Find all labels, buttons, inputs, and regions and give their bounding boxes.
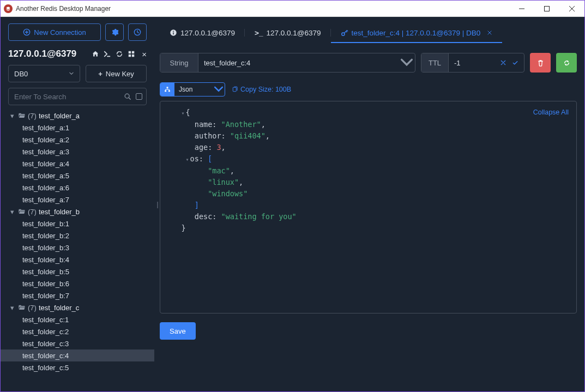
tree-folder[interactable]: ▾(7) test_folder_a bbox=[1, 110, 154, 122]
svg-rect-17 bbox=[545, 6, 550, 11]
maximize-button[interactable] bbox=[534, 1, 559, 17]
key-name: test_folder_c:1 bbox=[22, 316, 69, 324]
copy-button[interactable]: Copy Size: 100B bbox=[232, 86, 291, 93]
folder-name: test_folder_c bbox=[39, 304, 79, 312]
tree-key[interactable]: test_folder_b:7 bbox=[1, 290, 154, 301]
tree-key[interactable]: test_folder_c:4 bbox=[1, 349, 154, 361]
key-name: test_folder_b:7 bbox=[22, 292, 69, 300]
key-name: test_folder_a:3 bbox=[22, 148, 69, 156]
key-name: test_folder_a:7 bbox=[22, 196, 69, 204]
key-name: test_folder_c:2 bbox=[22, 328, 69, 336]
log-button[interactable] bbox=[128, 23, 147, 41]
chevron-down-icon: ▾ bbox=[10, 304, 16, 312]
folder-count: (7) bbox=[28, 112, 37, 120]
key-name-box: String test_folder_c:4 bbox=[160, 53, 415, 73]
tree-key[interactable]: test_folder_a:7 bbox=[1, 194, 154, 206]
tab-label: 127.0.0.1@6379 bbox=[266, 29, 321, 37]
key-name-input[interactable]: test_folder_c:4 bbox=[198, 53, 399, 72]
terminal-icon: >_ bbox=[255, 29, 263, 37]
key-icon bbox=[341, 29, 348, 37]
tree-key[interactable]: test_folder_b:4 bbox=[1, 254, 154, 266]
tree-key[interactable]: test_folder_c:2 bbox=[1, 325, 154, 337]
collapse-all-button[interactable]: Collapse All bbox=[533, 107, 569, 118]
clock-icon bbox=[134, 28, 141, 36]
tree-key[interactable]: test_folder_a:6 bbox=[1, 182, 154, 194]
minimize-button[interactable] bbox=[509, 1, 534, 17]
tree-key[interactable]: test_folder_b:6 bbox=[1, 278, 154, 290]
connection-name: 127.0.0.1@6379 bbox=[8, 49, 76, 59]
tree-key[interactable]: test_folder_b:3 bbox=[1, 242, 154, 254]
key-type-label: String bbox=[160, 53, 198, 72]
db-select[interactable]: DB0 bbox=[8, 65, 80, 82]
tree-folder[interactable]: ▾(7) test_folder_c bbox=[1, 301, 154, 313]
tree-folder[interactable]: ▾(7) test_folder_b bbox=[1, 206, 154, 218]
home-icon[interactable] bbox=[92, 50, 99, 58]
save-button[interactable]: Save bbox=[160, 322, 196, 340]
settings-button[interactable] bbox=[105, 23, 124, 41]
ttl-confirm-icon[interactable] bbox=[512, 59, 518, 66]
tab[interactable]: 127.0.0.1@6379 bbox=[160, 23, 245, 43]
connection-header: 127.0.0.1@6379 × bbox=[8, 49, 147, 59]
tree-key[interactable]: test_folder_b:1 bbox=[1, 218, 154, 230]
tab[interactable]: >_127.0.0.1@6379 bbox=[245, 23, 330, 43]
app-title: Another Redis Desktop Manager bbox=[16, 5, 111, 13]
app-icon bbox=[4, 4, 13, 13]
json-tree: ▾{ name: "Another", author: "qii404", ag… bbox=[168, 107, 569, 234]
refresh-icon bbox=[563, 59, 571, 67]
tree-key[interactable]: test_folder_a:5 bbox=[1, 170, 154, 182]
folder-name: test_folder_a bbox=[39, 112, 80, 120]
tree-key[interactable]: test_folder_a:1 bbox=[1, 122, 154, 134]
key-tree: ▾(7) test_folder_atest_folder_a:1test_fo… bbox=[1, 110, 154, 391]
tree-key[interactable]: test_folder_b:5 bbox=[1, 266, 154, 278]
tab[interactable]: test_folder_c:4 | 127.0.0.1@6379 | DB0 bbox=[331, 23, 503, 43]
info-icon bbox=[170, 29, 177, 37]
splitter[interactable]: || bbox=[154, 17, 160, 391]
close-button[interactable] bbox=[559, 1, 584, 17]
tab-close-button[interactable] bbox=[487, 29, 492, 37]
refresh-key-button[interactable] bbox=[556, 53, 577, 73]
trash-icon bbox=[536, 59, 545, 67]
key-name: test_folder_b:4 bbox=[22, 256, 69, 264]
search-icon[interactable] bbox=[124, 93, 131, 100]
ttl-clear-icon[interactable] bbox=[500, 59, 506, 66]
value-viewer[interactable]: Collapse All ▾{ name: "Another", author:… bbox=[160, 101, 577, 313]
new-key-button[interactable]: +New Key bbox=[86, 65, 147, 82]
chevron-down-icon bbox=[69, 70, 74, 78]
tab-label: 127.0.0.1@6379 bbox=[180, 29, 235, 37]
tree-icon bbox=[160, 83, 174, 96]
ttl-input[interactable]: -1 bbox=[449, 53, 494, 72]
tree-key[interactable]: test_folder_c:1 bbox=[1, 313, 154, 325]
key-name-dropdown[interactable] bbox=[399, 53, 415, 72]
key-name: test_folder_a:2 bbox=[22, 136, 69, 144]
refresh-icon[interactable] bbox=[116, 50, 123, 58]
key-name: test_folder_a:5 bbox=[22, 172, 69, 180]
chevron-down-icon bbox=[213, 83, 225, 95]
new-connection-button[interactable]: New Connection bbox=[8, 23, 101, 41]
key-name: test_folder_a:1 bbox=[22, 124, 69, 132]
folder-open-icon bbox=[18, 304, 26, 312]
key-name: test_folder_c:4 bbox=[22, 352, 69, 360]
grid-icon[interactable] bbox=[128, 50, 135, 58]
tree-key[interactable]: test_folder_a:3 bbox=[1, 146, 154, 158]
ttl-label: TTL bbox=[421, 53, 449, 72]
exact-match-toggle[interactable] bbox=[136, 93, 142, 100]
terminal-icon[interactable] bbox=[104, 50, 111, 58]
folder-open-icon bbox=[18, 208, 26, 216]
tree-key[interactable]: test_folder_a:4 bbox=[1, 158, 154, 170]
tree-key[interactable]: test_folder_c:5 bbox=[1, 361, 154, 373]
chevron-down-icon: ▾ bbox=[10, 112, 16, 120]
collapse-connection-icon[interactable]: × bbox=[142, 50, 147, 59]
gear-icon bbox=[111, 28, 118, 36]
key-name: test_folder_a:6 bbox=[22, 184, 69, 192]
plus-circle-icon bbox=[23, 28, 31, 36]
key-header: String test_folder_c:4 TTL -1 bbox=[160, 53, 577, 73]
ttl-box: TTL -1 bbox=[421, 53, 524, 73]
tree-key[interactable]: test_folder_c:3 bbox=[1, 337, 154, 349]
titlebar: Another Redis Desktop Manager bbox=[1, 1, 584, 17]
tree-key[interactable]: test_folder_b:2 bbox=[1, 230, 154, 242]
delete-key-button[interactable] bbox=[530, 53, 551, 73]
folder-count: (7) bbox=[28, 304, 37, 312]
format-select[interactable]: Json bbox=[160, 82, 225, 97]
key-name: test_folder_b:3 bbox=[22, 244, 69, 252]
tree-key[interactable]: test_folder_a:2 bbox=[1, 134, 154, 146]
